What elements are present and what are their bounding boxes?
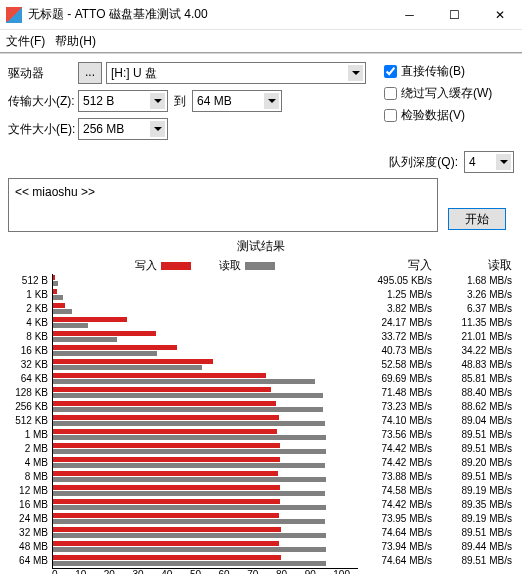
checkbox-verify[interactable]: 检验数据(V)	[384, 104, 514, 126]
read-value: 89.20 MB/s	[438, 456, 512, 470]
col-hdr-read: 读取	[438, 257, 518, 274]
read-value: 34.22 MB/s	[438, 344, 512, 358]
description-box[interactable]: << miaoshu >>	[8, 178, 438, 232]
bar-row	[53, 344, 358, 358]
bar-row	[53, 456, 358, 470]
read-value: 89.19 MB/s	[438, 512, 512, 526]
read-value: 6.37 MB/s	[438, 302, 512, 316]
write-bar	[53, 289, 57, 294]
write-value: 73.94 MB/s	[358, 540, 432, 554]
read-value: 89.44 MB/s	[438, 540, 512, 554]
close-button[interactable]: ✕	[477, 0, 522, 30]
bar-row	[53, 498, 358, 512]
minimize-button[interactable]: ─	[387, 0, 432, 30]
write-value: 74.58 MB/s	[358, 484, 432, 498]
label-to: 到	[174, 93, 186, 110]
checkbox-direct-io[interactable]: 直接传输(B)	[384, 60, 514, 82]
bar-row	[53, 400, 358, 414]
bar-row	[53, 358, 358, 372]
read-bar	[53, 519, 325, 524]
bar-row	[53, 428, 358, 442]
bar-row	[53, 470, 358, 484]
read-bar	[53, 435, 326, 440]
bar-row	[53, 316, 358, 330]
label-drive: 驱动器	[8, 65, 78, 82]
size-to-select[interactable]: 64 MB	[192, 90, 282, 112]
y-tick-label: 2 KB	[4, 302, 48, 316]
bar-row	[53, 372, 358, 386]
y-tick-label: 48 MB	[4, 540, 48, 554]
write-bar	[53, 373, 266, 378]
maximize-button[interactable]: ☐	[432, 0, 477, 30]
write-bar	[53, 513, 279, 518]
size-from-select[interactable]: 512 B	[78, 90, 168, 112]
write-bar	[53, 345, 177, 350]
write-value: 74.64 MB/s	[358, 554, 432, 568]
write-bar	[53, 303, 65, 308]
bar-row	[53, 274, 358, 288]
write-bar	[53, 527, 281, 532]
file-size-select[interactable]: 256 MB	[78, 118, 168, 140]
y-tick-label: 8 KB	[4, 330, 48, 344]
start-button[interactable]: 开始	[448, 208, 506, 230]
chevron-down-icon	[264, 93, 279, 109]
read-bar	[53, 379, 315, 384]
read-bar	[53, 295, 63, 300]
write-bar	[53, 443, 280, 448]
read-bar	[53, 505, 326, 510]
y-tick-label: 4 MB	[4, 456, 48, 470]
y-tick-label: 16 KB	[4, 344, 48, 358]
read-value: 1.68 MB/s	[438, 274, 512, 288]
read-bar	[53, 421, 325, 426]
read-bar	[53, 449, 326, 454]
write-value: 74.64 MB/s	[358, 526, 432, 540]
read-value: 89.51 MB/s	[438, 526, 512, 540]
read-value: 89.51 MB/s	[438, 470, 512, 484]
write-value: 69.69 MB/s	[358, 372, 432, 386]
legend-read-icon	[245, 262, 275, 270]
bar-row	[53, 288, 358, 302]
read-bar	[53, 491, 325, 496]
write-value: 74.42 MB/s	[358, 498, 432, 512]
y-tick-label: 32 MB	[4, 526, 48, 540]
read-bar	[53, 477, 326, 482]
drive-browse-button[interactable]: ...	[78, 62, 102, 84]
col-hdr-write: 写入	[358, 257, 438, 274]
read-bar	[53, 323, 88, 328]
write-value: 74.42 MB/s	[358, 442, 432, 456]
write-bar	[53, 359, 213, 364]
read-bar	[53, 407, 323, 412]
results-title: 测试结果	[4, 238, 518, 255]
write-value: 495.05 KB/s	[358, 274, 432, 288]
write-value: 73.23 MB/s	[358, 400, 432, 414]
titlebar: 无标题 - ATTO 磁盘基准测试 4.00 ─ ☐ ✕	[0, 0, 522, 30]
write-bar	[53, 457, 280, 462]
menu-file[interactable]: 文件(F)	[6, 33, 45, 50]
drive-select[interactable]: [H:] U 盘	[106, 62, 366, 84]
read-value: 89.51 MB/s	[438, 428, 512, 442]
read-value: 88.40 MB/s	[438, 386, 512, 400]
checkbox-bypass-cache[interactable]: 绕过写入缓存(W)	[384, 82, 514, 104]
y-tick-label: 24 MB	[4, 512, 48, 526]
write-bar	[53, 387, 271, 392]
legend: 写入 读取	[52, 257, 358, 274]
bar-row	[53, 554, 358, 568]
read-value: 89.51 MB/s	[438, 554, 512, 568]
menu-help[interactable]: 帮助(H)	[55, 33, 96, 50]
read-value: 89.51 MB/s	[438, 442, 512, 456]
read-value: 48.83 MB/s	[438, 358, 512, 372]
read-bar	[53, 309, 72, 314]
bar-row	[53, 484, 358, 498]
read-bar	[53, 393, 323, 398]
write-bar	[53, 485, 280, 490]
queue-depth-select[interactable]: 4	[464, 151, 514, 173]
write-bar	[53, 555, 281, 560]
write-bar	[53, 415, 279, 420]
label-file-size: 文件大小(E):	[8, 121, 78, 138]
read-value: 21.01 MB/s	[438, 330, 512, 344]
write-bar	[53, 499, 280, 504]
label-queue-depth: 队列深度(Q):	[389, 154, 458, 171]
y-tick-label: 512 KB	[4, 414, 48, 428]
write-bar	[53, 401, 276, 406]
y-tick-label: 4 KB	[4, 316, 48, 330]
